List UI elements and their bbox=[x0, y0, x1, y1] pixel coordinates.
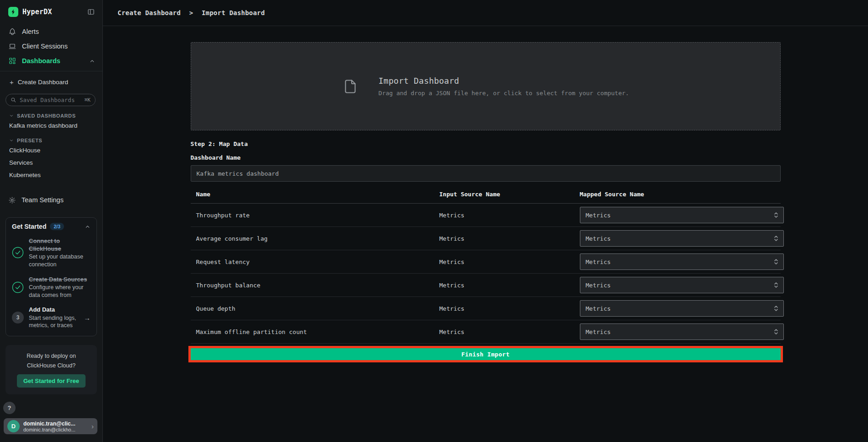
team-settings-nav: Team Settings bbox=[0, 193, 102, 207]
sidebar-item-alerts[interactable]: Alerts bbox=[0, 24, 102, 39]
help-button[interactable]: ? bbox=[3, 402, 16, 414]
section-presets[interactable]: PRESETS bbox=[0, 138, 102, 143]
search-icon bbox=[11, 97, 16, 103]
hyperdx-logo-icon bbox=[8, 7, 18, 17]
main-area: Create Dashboard > Import Dashboard Impo… bbox=[103, 0, 868, 442]
dashboard-name-input[interactable] bbox=[191, 165, 781, 182]
sidebar-item-label: Dashboards bbox=[22, 57, 60, 65]
chevron-down-icon bbox=[9, 113, 14, 118]
get-started-progress-badge: 2/3 bbox=[50, 223, 64, 230]
sidebar: HyperDX Alerts Client Sessions Dashboard… bbox=[0, 0, 103, 442]
mapped-source-select[interactable]: Metrics bbox=[580, 207, 784, 223]
import-dashboard-content: Import Dashboard Drag and drop a JSON fi… bbox=[191, 26, 781, 360]
arrow-right-icon: → bbox=[84, 314, 91, 322]
bell-icon bbox=[8, 27, 16, 36]
section-saved-dashboards[interactable]: SAVED DASHBOARDS bbox=[0, 113, 102, 119]
preset-item-kubernetes[interactable]: Kubernetes bbox=[0, 169, 102, 180]
sidebar-item-team-settings[interactable]: Team Settings bbox=[0, 193, 102, 207]
selector-chevrons-icon bbox=[773, 259, 779, 265]
table-row: Queue depth Metrics Metrics bbox=[191, 297, 781, 320]
breadcrumb: Create Dashboard > Import Dashboard bbox=[118, 9, 265, 16]
gear-icon bbox=[8, 196, 16, 204]
dashboard-name-label: Dashboard Name bbox=[191, 154, 781, 161]
step-label: Step 2: Map Data bbox=[191, 140, 781, 147]
selector-chevrons-icon bbox=[773, 212, 779, 218]
get-started-step-connect[interactable]: Connect to ClickHouse Set up your databa… bbox=[12, 237, 91, 269]
get-started-card: Get Started 2/3 Connect to ClickHouse Se… bbox=[5, 217, 97, 336]
preset-item-clickhouse[interactable]: ClickHouse bbox=[0, 145, 102, 156]
chevron-down-icon bbox=[9, 138, 14, 143]
selector-chevrons-icon bbox=[773, 305, 779, 312]
column-header-input-source: Input Source Name bbox=[434, 191, 574, 198]
sidebar-item-client-sessions[interactable]: Client Sessions bbox=[0, 39, 102, 54]
mapped-source-select[interactable]: Metrics bbox=[580, 253, 784, 270]
create-dashboard-button[interactable]: + Create Dashboard bbox=[0, 75, 102, 88]
preset-item-services[interactable]: Services bbox=[0, 157, 102, 168]
get-started-free-button[interactable]: Get Started for Free bbox=[17, 374, 86, 388]
user-profile-button[interactable]: D dominic.tran@clic... dominic.tran@clic… bbox=[4, 418, 97, 434]
search-placeholder: Saved Dashboards bbox=[20, 97, 75, 103]
finish-import-button[interactable]: Finish Import bbox=[191, 348, 781, 360]
table-row: Request latency Metrics Metrics bbox=[191, 250, 781, 274]
mapped-source-select[interactable]: Metrics bbox=[580, 300, 784, 317]
saved-dashboards-search-input[interactable]: Saved Dashboards ⌘K bbox=[5, 94, 96, 106]
selector-chevrons-icon bbox=[773, 329, 779, 335]
sidebar-item-dashboards[interactable]: Dashboards bbox=[0, 54, 102, 68]
get-started-step-add-data[interactable]: 3 Add Data Start sending logs, metrics, … bbox=[12, 306, 91, 329]
selector-chevrons-icon bbox=[773, 235, 779, 242]
search-shortcut: ⌘K bbox=[85, 97, 91, 103]
table-row: Throughput rate Metrics Metrics bbox=[191, 204, 781, 227]
step-number-badge: 3 bbox=[12, 312, 24, 323]
divider bbox=[0, 71, 102, 71]
check-circle-icon bbox=[12, 247, 24, 259]
table-header-row: Name Input Source Name Mapped Source Nam… bbox=[191, 187, 781, 204]
sidebar-item-label: Client Sessions bbox=[22, 43, 68, 50]
sidebar-collapse-icon[interactable] bbox=[87, 8, 95, 16]
mapped-source-select[interactable]: Metrics bbox=[580, 277, 784, 293]
table-row: Maximum offline partition count Metrics … bbox=[191, 320, 781, 344]
column-header-mapped-source: Mapped Source Name bbox=[574, 191, 781, 198]
column-header-name: Name bbox=[191, 191, 434, 198]
breadcrumb-create-dashboard[interactable]: Create Dashboard bbox=[118, 9, 181, 16]
chevron-up-icon[interactable] bbox=[89, 58, 95, 64]
user-name: dominic.tran@clic... bbox=[23, 420, 75, 427]
selector-chevrons-icon bbox=[773, 282, 779, 288]
dropzone-subtitle: Drag and drop a JSON file here, or click… bbox=[379, 90, 629, 97]
mapped-source-select[interactable]: Metrics bbox=[580, 230, 784, 247]
app-title: HyperDX bbox=[22, 8, 52, 16]
table-row: Throughput balance Metrics Metrics bbox=[191, 274, 781, 297]
breadcrumb-import-dashboard: Import Dashboard bbox=[202, 9, 265, 16]
json-dropzone[interactable]: Import Dashboard Drag and drop a JSON fi… bbox=[191, 42, 781, 130]
mapped-source-select[interactable]: Metrics bbox=[580, 323, 784, 340]
user-email: dominic.tran@clickho... bbox=[23, 427, 75, 432]
sidebar-header: HyperDX bbox=[0, 0, 102, 20]
source-mapping-table: Name Input Source Name Mapped Source Nam… bbox=[191, 187, 781, 344]
get-started-title: Get Started bbox=[12, 223, 46, 230]
dropzone-title: Import Dashboard bbox=[379, 76, 629, 86]
chevron-right-icon: › bbox=[91, 422, 94, 430]
table-row: Average consumer lag Metrics Metrics bbox=[191, 227, 781, 250]
clickhouse-cloud-promo: Ready to deploy on ClickHouse Cloud? Get… bbox=[5, 345, 97, 394]
sidebar-nav: Alerts Client Sessions Dashboards bbox=[0, 24, 102, 68]
dashboard-grid-icon bbox=[8, 57, 16, 65]
breadcrumb-separator: > bbox=[189, 9, 193, 16]
plus-icon: + bbox=[10, 79, 14, 86]
laptop-icon bbox=[8, 42, 16, 50]
avatar: D bbox=[7, 420, 20, 432]
chevron-up-icon[interactable] bbox=[85, 224, 91, 230]
saved-dashboard-item[interactable]: Kafka metrics dashboard bbox=[0, 120, 102, 131]
check-circle-icon bbox=[12, 281, 24, 293]
top-bar: Create Dashboard > Import Dashboard bbox=[103, 0, 868, 26]
get-started-step-sources[interactable]: Create Data Sources Configure where your… bbox=[12, 275, 91, 299]
file-icon bbox=[342, 75, 359, 97]
sidebar-item-label: Alerts bbox=[22, 28, 39, 35]
